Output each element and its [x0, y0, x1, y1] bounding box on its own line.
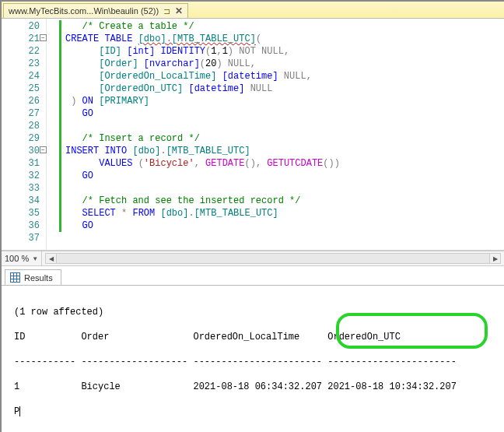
- editor-status-bar: 100 % ▼ ◀ ▶: [2, 251, 504, 266]
- line-number: 37: [2, 232, 40, 244]
- rows-affected: (1 row affected): [14, 430, 492, 431]
- change-marker: [59, 45, 61, 58]
- change-marker: [59, 107, 61, 120]
- line-number: 21−: [2, 33, 40, 45]
- results-tab[interactable]: Results: [5, 269, 61, 286]
- code-line[interactable]: GO: [58, 220, 504, 232]
- zoom-dropdown[interactable]: 100 % ▼: [2, 251, 42, 265]
- change-marker: [59, 182, 61, 195]
- result-cursor-line: P: [14, 406, 492, 418]
- line-number: 23: [2, 58, 40, 70]
- change-marker: [59, 20, 61, 33]
- change-marker: [59, 58, 61, 70]
- change-marker: [59, 207, 61, 220]
- results-panel[interactable]: (1 row affected) ID Order OrderedOn_Loca…: [2, 285, 504, 431]
- change-marker: [59, 33, 61, 45]
- document-tab-strip: www.MyTecBits.com...Win\beaulin (52)) ⊐ …: [2, 2, 504, 19]
- results-tab-label: Results: [24, 273, 53, 283]
- zoom-value: 100 %: [5, 254, 29, 263]
- code-line[interactable]: [Order] [nvarchar](20) NULL,: [58, 58, 504, 70]
- code-line[interactable]: /* Create a table */: [58, 20, 504, 33]
- change-marker: [59, 157, 61, 170]
- line-number: 27: [2, 107, 40, 120]
- results-tab-strip: Results: [2, 266, 504, 285]
- scroll-right-icon[interactable]: ▶: [489, 254, 500, 263]
- line-number: 33: [2, 182, 40, 195]
- line-number: 25: [2, 83, 40, 95]
- line-number: 22: [2, 45, 40, 58]
- line-number: 35: [2, 207, 40, 220]
- result-divider: ----------- ------------------- --------…: [14, 356, 492, 368]
- code-line[interactable]: VALUES ('Bicycle', GETDATE(), GETUTCDATE…: [58, 157, 504, 170]
- code-line[interactable]: CREATE TABLE [dbo].[MTB_TABLE_UTC](: [58, 33, 504, 45]
- change-marker: [59, 70, 61, 83]
- code-line[interactable]: [58, 232, 504, 244]
- code-line[interactable]: [58, 120, 504, 132]
- close-icon[interactable]: ✕: [175, 5, 183, 16]
- line-number: 28: [2, 120, 40, 132]
- change-marker: [59, 132, 61, 145]
- change-marker: [59, 120, 61, 132]
- line-number: 29: [2, 132, 40, 145]
- rows-affected: (1 row affected): [14, 306, 492, 318]
- code-line[interactable]: ) ON [PRIMARY]: [58, 95, 504, 107]
- code-line[interactable]: [OrderedOn_UTC] [datetime] NULL: [58, 83, 504, 95]
- tab-title: www.MyTecBits.com...Win\beaulin (52)): [9, 6, 159, 16]
- sql-editor[interactable]: 2021−222324252627282930−31323334353637 /…: [2, 19, 504, 251]
- change-marker: [59, 145, 61, 157]
- horizontal-scrollbar[interactable]: ◀ ▶: [45, 253, 501, 264]
- change-marker: [59, 95, 61, 107]
- line-number: 34: [2, 195, 40, 207]
- scroll-left-icon[interactable]: ◀: [46, 254, 57, 263]
- code-line[interactable]: /* Insert a record */: [58, 132, 504, 145]
- change-marker: [59, 195, 61, 207]
- code-line[interactable]: [58, 182, 504, 195]
- line-number: 24: [2, 70, 40, 83]
- line-number: 30−: [2, 145, 40, 157]
- line-number-gutter: 2021−222324252627282930−31323334353637: [2, 19, 47, 250]
- change-marker: [59, 83, 61, 95]
- change-marker: [59, 170, 61, 182]
- line-number: 20: [2, 20, 40, 33]
- text-cursor: [19, 406, 20, 416]
- fold-toggle-icon[interactable]: −: [40, 34, 47, 41]
- document-tab[interactable]: www.MyTecBits.com...Win\beaulin (52)) ⊐ …: [3, 3, 188, 18]
- line-number: 26: [2, 95, 40, 107]
- results-grid-icon: [10, 272, 20, 283]
- code-line[interactable]: INSERT INTO [dbo].[MTB_TABLE_UTC]: [58, 145, 504, 157]
- code-line[interactable]: [ID] [int] IDENTITY(1,1) NOT NULL,: [58, 45, 504, 58]
- code-line[interactable]: [OrderedOn_LocalTime] [datetime] NULL,: [58, 70, 504, 83]
- line-number: 31: [2, 157, 40, 170]
- result-header: ID Order OrderedOn_LocalTime OrderedOn_U…: [14, 331, 492, 343]
- change-marker: [59, 220, 61, 232]
- code-line[interactable]: GO: [58, 107, 504, 120]
- code-line[interactable]: SELECT * FROM [dbo].[MTB_TABLE_UTC]: [58, 207, 504, 220]
- code-line[interactable]: GO: [58, 170, 504, 182]
- pin-icon[interactable]: ⊐: [163, 6, 170, 16]
- code-line[interactable]: /* Fetch and see the inserted record */: [58, 195, 504, 207]
- code-area[interactable]: /* Create a table */CREATE TABLE [dbo].[…: [47, 19, 504, 250]
- line-number: 32: [2, 170, 40, 182]
- line-number: 36: [2, 220, 40, 232]
- chevron-down-icon: ▼: [32, 255, 38, 262]
- fold-toggle-icon[interactable]: −: [40, 146, 47, 153]
- result-row: 1 Bicycle 2021-08-18 06:34:32.207 2021-0…: [14, 381, 492, 393]
